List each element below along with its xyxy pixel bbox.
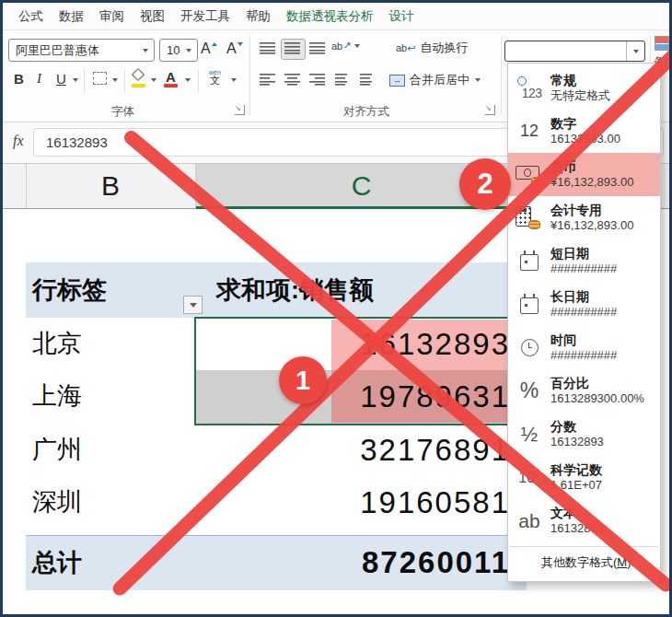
excel-window: 公式 数据 审阅 视图 开发工具 帮助 数据透视表分析 设计 阿里巴巴普惠体 1… bbox=[0, 0, 672, 617]
borders-button[interactable] bbox=[93, 72, 107, 85]
coins-icon bbox=[528, 220, 540, 229]
clock-ring-icon bbox=[517, 76, 527, 86]
font-size-combo[interactable]: 10 bbox=[159, 39, 198, 62]
chevron-down-icon bbox=[354, 44, 360, 48]
orientation-button[interactable]: ab↗ bbox=[331, 40, 360, 52]
total-value[interactable]: 87260011 bbox=[196, 536, 510, 589]
menu-help[interactable]: 帮助 bbox=[246, 8, 271, 25]
option-title: 分数 bbox=[550, 419, 604, 436]
option-title: 科学记数 bbox=[550, 462, 602, 479]
align-top-icon[interactable] bbox=[260, 42, 275, 54]
chevron-down-icon bbox=[186, 49, 191, 52]
menu-bar: 公式 数据 审阅 视图 开发工具 帮助 数据透视表分析 设计 bbox=[3, 3, 669, 30]
menu-developer[interactable]: 开发工具 bbox=[180, 8, 230, 25]
menu-view[interactable]: 视图 bbox=[140, 8, 165, 25]
banknote-oval bbox=[524, 169, 531, 177]
menu-pivottable-analyze[interactable]: 数据透视表分析 bbox=[286, 8, 374, 25]
underline-button[interactable]: U bbox=[56, 71, 66, 87]
city-cell[interactable]: 广州 bbox=[32, 424, 82, 476]
align-left-icon[interactable] bbox=[260, 74, 275, 86]
header-corner bbox=[3, 164, 27, 208]
long-date-icon bbox=[520, 297, 539, 314]
align-bottom-icon[interactable] bbox=[309, 42, 325, 54]
underline-dropdown-icon[interactable] bbox=[73, 78, 78, 82]
align-middle-button-selected[interactable] bbox=[281, 39, 306, 60]
fill-bucket-icon bbox=[132, 68, 145, 81]
conditional-formatting-icon[interactable] bbox=[655, 36, 669, 51]
phonetic-guide-button[interactable]: wén 文 bbox=[209, 69, 221, 86]
fill-color-swatch bbox=[132, 84, 145, 87]
fill-dropdown-icon[interactable] bbox=[151, 78, 156, 82]
option-title: 短日期 bbox=[550, 246, 617, 262]
wrap-arrow-icon: ↩ bbox=[407, 42, 415, 54]
format-option-time[interactable]: 时间########## bbox=[508, 326, 660, 369]
option-preview: 无特定格式 bbox=[550, 88, 610, 103]
align-center-icon[interactable] bbox=[284, 74, 300, 86]
font-grow-icon: A bbox=[201, 41, 211, 57]
merge-center-button[interactable]: ↔ 合并后居中 bbox=[389, 72, 481, 88]
font-color-icon: A bbox=[166, 69, 176, 85]
filter-caret-icon bbox=[190, 303, 197, 308]
font-color-button[interactable]: A bbox=[166, 69, 176, 85]
calendar-dot bbox=[525, 261, 527, 263]
font-name-combo[interactable]: 阿里巴巴普惠体 bbox=[8, 39, 155, 62]
font-dialog-launcher[interactable] bbox=[235, 105, 245, 115]
divider bbox=[124, 69, 125, 93]
format-option-percentage[interactable]: % 百分比1613289300.00% bbox=[508, 369, 660, 413]
column-c-label: C bbox=[352, 170, 372, 202]
value-cell[interactable]: 19160581 bbox=[196, 476, 510, 529]
caret-down-icon bbox=[238, 42, 243, 46]
menu-formulas[interactable]: 公式 bbox=[18, 8, 43, 25]
decrease-indent-icon[interactable] bbox=[335, 74, 347, 86]
format-option-short-date[interactable]: 短日期########## bbox=[508, 239, 660, 283]
font-size-value: 10 bbox=[160, 43, 186, 57]
menu-data[interactable]: 数据 bbox=[59, 8, 84, 25]
city-cell[interactable]: 北京 bbox=[32, 318, 82, 370]
group-divider bbox=[501, 36, 502, 115]
format-option-accounting[interactable]: 会计专用¥16,132,893.00 bbox=[508, 196, 660, 239]
fx-icon: fx bbox=[13, 133, 24, 149]
wrap-text-button[interactable]: ab↩ 自动换行 bbox=[396, 40, 468, 56]
divider bbox=[198, 69, 199, 93]
option-preview: ########## bbox=[550, 348, 617, 363]
total-label: 总计 bbox=[32, 536, 82, 589]
number-format-icon: 12 bbox=[520, 122, 539, 141]
fill-color-button[interactable] bbox=[133, 70, 143, 79]
bold-button[interactable]: B bbox=[14, 71, 24, 87]
calendar-dot bbox=[525, 304, 527, 307]
wrap-text-label: 自动换行 bbox=[420, 40, 468, 56]
orientation-ab-icon: ab bbox=[331, 41, 342, 52]
bold-icon: B bbox=[14, 71, 24, 87]
wrap-ab-icon: ab bbox=[396, 42, 407, 53]
chevron-down-icon bbox=[475, 78, 481, 82]
format-option-fraction[interactable]: ½ 分数16132893 bbox=[508, 413, 660, 456]
font-name-value: 阿里巴巴普惠体 bbox=[9, 42, 143, 59]
alignment-dialog-launcher[interactable] bbox=[485, 105, 495, 115]
more-text: 其他数字格式( bbox=[541, 555, 617, 569]
number-format-combo[interactable] bbox=[504, 41, 645, 62]
align-middle-icon bbox=[284, 42, 300, 54]
phonetic-dropdown-icon[interactable] bbox=[231, 78, 237, 82]
group-divider bbox=[249, 36, 250, 115]
city-cell[interactable]: 深圳 bbox=[32, 476, 82, 529]
font-color-dropdown-icon[interactable] bbox=[185, 78, 191, 82]
menu-design[interactable]: 设计 bbox=[389, 8, 414, 25]
general-format-icon: 123 bbox=[517, 76, 542, 100]
decrease-font-size-button[interactable]: A bbox=[226, 41, 243, 57]
italic-button[interactable]: I bbox=[37, 71, 41, 87]
row-labels-filter-button[interactable] bbox=[183, 296, 203, 314]
combo-arrow-zone[interactable] bbox=[626, 41, 644, 61]
option-preview: 16132893 bbox=[550, 435, 604, 449]
city-cell[interactable]: 上海 bbox=[32, 370, 82, 423]
borders-dropdown-icon[interactable] bbox=[112, 78, 118, 82]
step-1-badge: 1 bbox=[279, 356, 327, 404]
increase-font-size-button[interactable]: A bbox=[201, 41, 217, 57]
format-option-long-date[interactable]: 长日期########## bbox=[508, 283, 660, 326]
divider bbox=[84, 69, 85, 93]
menu-review[interactable]: 审阅 bbox=[99, 8, 124, 25]
percent-icon: % bbox=[520, 378, 539, 403]
chevron-down-icon bbox=[143, 49, 148, 52]
increase-indent-icon[interactable] bbox=[360, 74, 372, 86]
align-right-icon[interactable] bbox=[309, 74, 325, 86]
phonetic-char: 文 bbox=[210, 76, 220, 86]
